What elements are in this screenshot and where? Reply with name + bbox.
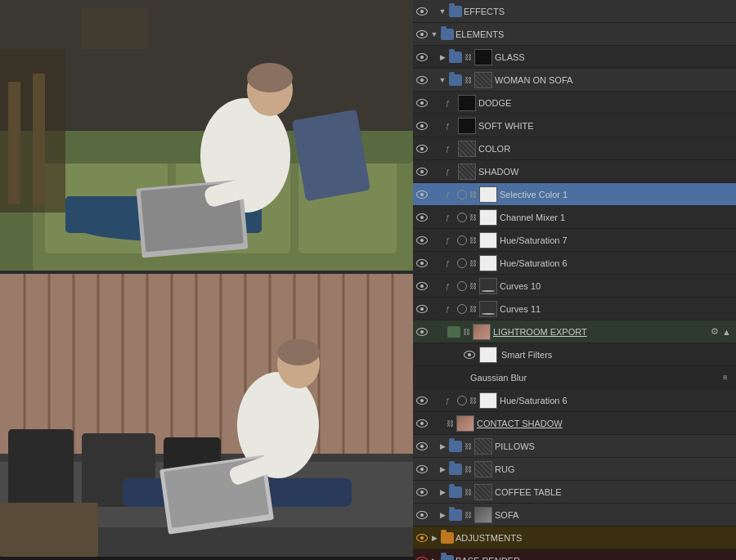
chain-selective-color: ⛓ (469, 190, 477, 199)
layer-row-adjustments[interactable]: ▶ ADJUSTMENTS (413, 526, 736, 549)
layer-name-rug: RUG (495, 464, 734, 474)
arrow-glass[interactable]: ▶ (438, 52, 447, 62)
eye-dodge[interactable] (415, 96, 429, 110)
image-panel (0, 0, 413, 560)
layer-row-elements[interactable]: ▼ ELEMENTS (413, 23, 736, 46)
thumb-contact-shadow (456, 415, 474, 432)
svg-rect-41 (8, 429, 74, 511)
thumb-soft-white (458, 118, 476, 134)
thumb-coffee-table (474, 484, 492, 500)
layer-name-color: COLOR (478, 144, 734, 154)
folder-woman (449, 74, 462, 86)
fx-soft-white: ƒ (446, 122, 456, 130)
eye-adjustments[interactable] (415, 531, 429, 545)
arrow-rug[interactable]: ▶ (438, 464, 447, 474)
thumb-color (458, 141, 476, 157)
eye-smart-filters[interactable] (462, 347, 477, 362)
arrow-adjustments[interactable]: ▶ (429, 533, 439, 543)
layer-row-soft-white[interactable]: ƒ SOFT WHITE (413, 114, 736, 137)
settings-icon-lightroom[interactable]: ⚙ (711, 326, 719, 337)
eye-hue-sat-6b[interactable] (415, 393, 429, 408)
eye-effects[interactable] (415, 4, 429, 19)
eye-channel-mixer[interactable] (415, 210, 429, 225)
svg-rect-44 (0, 503, 98, 557)
layer-row-color[interactable]: ƒ COLOR (413, 137, 736, 160)
eye-elements[interactable] (415, 27, 429, 42)
layer-row-curves-11[interactable]: ƒ ⛓ Curves 11 (413, 298, 736, 320)
layer-row-lightroom-export[interactable]: ⛓ LIGHTROOM EXPORT ⚙ ▲ (413, 320, 736, 343)
layer-name-dodge: DODGE (478, 98, 734, 108)
arrow-sofa[interactable]: ▶ (438, 510, 447, 520)
layer-row-glass[interactable]: ▶ ⛓ GLASS (413, 46, 736, 69)
layer-row-sofa[interactable]: ▶ ⛓ SOFA (413, 504, 736, 526)
layer-row-selective-color-1[interactable]: ƒ ⛓ Selective Color 1 (413, 183, 736, 206)
eye-curves-10[interactable] (415, 279, 429, 293)
eye-color[interactable] (415, 141, 429, 156)
layer-row-dodge[interactable]: ƒ DODGE (413, 92, 736, 114)
folder-lightroom (447, 326, 460, 338)
eye-hue-sat-6[interactable] (415, 256, 429, 271)
eye-hue-sat-7[interactable] (415, 233, 429, 248)
thumb-sofa (474, 507, 492, 523)
eye-woman[interactable] (415, 73, 429, 87)
arrow-effects[interactable]: ▼ (438, 7, 447, 16)
layer-row-rug[interactable]: ▶ ⛓ RUG (413, 458, 736, 481)
arrow-base-render[interactable]: ▶ (429, 556, 439, 561)
layer-row-hue-sat-6b[interactable]: ƒ ⛓ Hue/Saturation 6 (413, 389, 736, 412)
fx-curves-10: ƒ (446, 282, 456, 290)
layer-row-shadow[interactable]: ƒ SHADOW (413, 160, 736, 183)
layer-row-effects[interactable]: ▼ EFFECTS (413, 0, 736, 23)
image-bottom (0, 274, 413, 557)
arrow-elements[interactable]: ▼ (429, 29, 439, 39)
layer-row-base-render[interactable]: ▶ BASE RENDER (413, 549, 736, 560)
eye-shadow[interactable] (415, 164, 429, 179)
layer-name-selective-color: Selective Color 1 (500, 190, 734, 199)
eye-lightroom[interactable] (415, 325, 429, 339)
layer-row-gaussian-blur[interactable]: Gaussian Blur ≡ (413, 366, 736, 389)
thumb-dodge (458, 95, 476, 111)
fx-shadow: ƒ (446, 168, 456, 176)
expand-icon-lightroom[interactable]: ▲ (722, 327, 731, 337)
thumb-lightroom (473, 324, 491, 340)
eye-selective-color[interactable] (415, 187, 429, 202)
layer-name-sofa: SOFA (495, 510, 734, 520)
eye-contact-shadow[interactable] (415, 416, 429, 431)
eye-rug[interactable] (415, 462, 429, 477)
eye-base-render[interactable] (415, 553, 429, 561)
arrow-woman[interactable]: ▼ (438, 75, 447, 85)
layer-name-coffee-table: COFFEE TABLE (495, 487, 734, 497)
folder-base-render (441, 555, 454, 561)
eye-pillows[interactable] (415, 439, 429, 454)
thumb-selective-color (479, 186, 497, 203)
folder-rug (449, 464, 462, 475)
arrow-pillows[interactable]: ▶ (438, 441, 447, 451)
eye-soft-white[interactable] (415, 119, 429, 133)
arrow-coffee-table[interactable]: ▶ (438, 487, 447, 497)
layer-row-coffee-table[interactable]: ▶ ⛓ COFFEE TABLE (413, 481, 736, 504)
chain-hue-sat-7: ⛓ (469, 235, 477, 245)
layer-row-channel-mixer[interactable]: ƒ ⛓ Channel Mixer 1 (413, 206, 736, 229)
layer-row-smart-filters: Smart Filters (413, 343, 736, 366)
eye-curves-11[interactable] (415, 302, 429, 316)
thumb-hue-sat-6b (479, 392, 497, 409)
layer-row-woman-on-sofa[interactable]: ▼ ⛓ WOMAN ON SOFA (413, 69, 736, 92)
layer-row-pillows[interactable]: ▶ ⛓ PILLOWS (413, 435, 736, 458)
lightroom-right-icons: ⚙ ▲ (707, 326, 734, 337)
svg-rect-20 (82, 8, 147, 49)
layer-row-hue-sat-6[interactable]: ƒ ⛓ Hue/Saturation 6 (413, 252, 736, 275)
circle-channel-mixer (457, 213, 467, 222)
thumb-shadow (458, 164, 476, 180)
eye-glass[interactable] (415, 50, 429, 65)
thumb-curves-10 (479, 278, 497, 294)
thumb-rug (474, 461, 492, 477)
circle-hue-sat-6b (457, 396, 467, 405)
chain-curves-11: ⛓ (469, 304, 477, 314)
layers-scroll[interactable]: ▼ EFFECTS ▼ ELEMENTS ▶ ⛓ GLASS (413, 0, 736, 560)
layer-row-curves-10[interactable]: ƒ ⛓ Curves 10 (413, 275, 736, 298)
layer-name-lightroom: LIGHTROOM EXPORT (493, 327, 707, 337)
layer-row-hue-sat-7[interactable]: ƒ ⛓ Hue/Saturation 7 (413, 229, 736, 252)
fx-selective-color: ƒ (446, 190, 456, 199)
layer-row-contact-shadow[interactable]: ⛓ CONTACT SHADOW (413, 412, 736, 435)
eye-coffee-table[interactable] (415, 485, 429, 500)
eye-sofa[interactable] (415, 508, 429, 522)
